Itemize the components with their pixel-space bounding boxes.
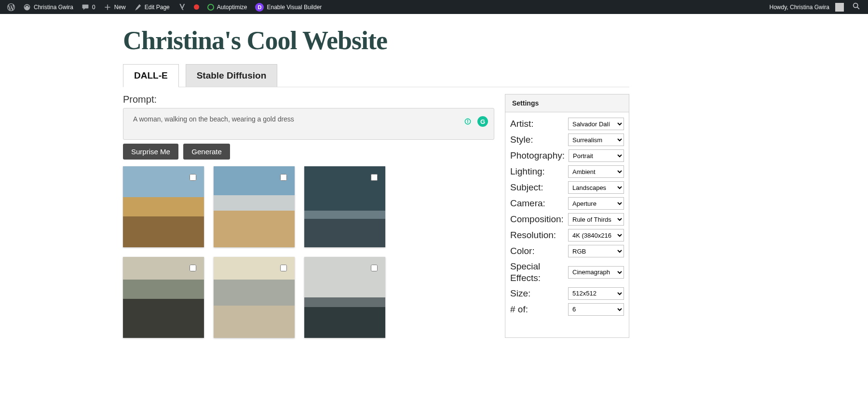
wordpress-icon [7, 3, 15, 11]
settings-row: Style:Surrealism [510, 132, 624, 147]
settings-select[interactable]: Landscapes [568, 181, 624, 194]
settings-label: Resolution: [510, 229, 556, 241]
admin-yoast[interactable] [175, 0, 189, 14]
settings-select[interactable]: Ambient [568, 165, 624, 178]
settings-select[interactable]: 512x512 [568, 287, 624, 300]
settings-label: Style: [510, 134, 533, 146]
grammarly-suggestion-icon[interactable] [461, 117, 475, 126]
result-thumbnail[interactable] [214, 166, 295, 247]
settings-label: # of: [510, 304, 528, 315]
settings-row: Artist:Salvador Dalí [510, 114, 624, 132]
admin-new[interactable]: New [100, 0, 129, 14]
settings-label: Special Effects: [510, 261, 563, 284]
wp-admin-bar: Christina Gwira 0 New Edit Page [0, 0, 868, 14]
howdy-text: Howdy, Christina Gwira [770, 4, 829, 11]
settings-select[interactable]: Salvador Dalí [568, 118, 624, 130]
yoast-icon [178, 3, 186, 11]
comments-icon [81, 3, 89, 11]
settings-row: Size:512x512 [510, 285, 624, 301]
result-thumbnail[interactable] [123, 257, 204, 338]
tab-dalle[interactable]: DALL-E [123, 64, 179, 87]
admin-record[interactable] [190, 0, 203, 14]
main-columns: Prompt: A woman, walking on the beach, w… [123, 94, 629, 338]
settings-row: Special Effects:Cinemagraph [510, 259, 624, 285]
settings-select[interactable]: Portrait [569, 149, 624, 162]
search-icon [852, 2, 861, 12]
thumbnail-select-checkbox[interactable] [190, 174, 196, 181]
settings-label: Composition: [510, 214, 564, 225]
settings-label: Lighting: [510, 166, 545, 177]
thumbnail-select-checkbox[interactable] [371, 265, 378, 271]
settings-row: Photography:Portrait [510, 147, 624, 163]
settings-label: Photography: [510, 150, 565, 161]
generator-tabs: DALL-E Stable Diffusion [123, 64, 629, 87]
result-thumbnail[interactable] [123, 166, 204, 247]
settings-select[interactable]: Cinemagraph [568, 266, 624, 279]
settings-row: Composition:Rule of Thirds [510, 211, 624, 227]
settings-body: Artist:Salvador DalíStyle:SurrealismPhot… [505, 112, 629, 322]
page-root: Christina's Cool Website DALL-E Stable D… [123, 14, 629, 357]
settings-row: Camera:Aperture [510, 195, 624, 211]
left-column: Prompt: A woman, walking on the beach, w… [123, 94, 494, 338]
prompt-label: Prompt: [123, 94, 494, 105]
dashboard-icon [23, 3, 31, 11]
comments-count: 0 [92, 4, 95, 11]
plus-icon [104, 3, 111, 11]
settings-select[interactable]: RGB [568, 245, 624, 257]
settings-select[interactable]: 6 [568, 303, 624, 316]
thumbnail-select-checkbox[interactable] [190, 265, 196, 271]
admin-autoptimize[interactable]: Autoptimize [204, 0, 251, 14]
prompt-extensions: G [461, 116, 488, 127]
admin-comments[interactable]: 0 [78, 0, 99, 14]
admin-divi[interactable]: D Enable Visual Builder [252, 0, 325, 14]
result-thumbnail[interactable] [304, 257, 385, 338]
settings-row: Resolution:4K (3840x216 [510, 227, 624, 243]
pencil-icon [134, 3, 142, 11]
admin-bar-right: Howdy, Christina Gwira [766, 0, 864, 14]
thumbnail-select-checkbox[interactable] [280, 174, 287, 181]
settings-row: Lighting:Ambient [510, 163, 624, 179]
thumbnail-select-checkbox[interactable] [280, 265, 287, 271]
grammarly-icon[interactable]: G [477, 116, 488, 127]
divi-label: Enable Visual Builder [267, 4, 322, 11]
record-icon [194, 4, 199, 10]
autoptimize-icon [207, 4, 214, 11]
divi-icon: D [255, 3, 264, 12]
surprise-me-button[interactable]: Surprise Me [123, 144, 178, 160]
admin-site-name[interactable]: Christina Gwira [20, 0, 77, 14]
prompt-input[interactable]: A woman, walking on the beach, wearing a… [123, 108, 494, 140]
settings-row: Subject:Landscapes [510, 179, 624, 195]
settings-label: Artist: [510, 118, 534, 130]
site-name-text: Christina Gwira [34, 4, 73, 11]
settings-select[interactable]: Rule of Thirds [568, 213, 624, 226]
generate-button[interactable]: Generate [183, 144, 230, 160]
admin-bar-left: Christina Gwira 0 New Edit Page [4, 0, 325, 14]
settings-select[interactable]: 4K (3840x216 [568, 229, 624, 241]
result-thumbnail[interactable] [214, 257, 295, 338]
admin-howdy[interactable]: Howdy, Christina Gwira [766, 0, 847, 14]
settings-title: Settings [505, 94, 629, 112]
avatar-icon [835, 3, 844, 12]
settings-row: # of:6 [510, 301, 624, 317]
wp-logo-menu[interactable] [4, 0, 18, 14]
thumbnail-select-checkbox[interactable] [371, 174, 378, 181]
settings-label: Size: [510, 288, 530, 299]
settings-label: Camera: [510, 198, 545, 209]
autoptimize-label: Autoptimize [217, 4, 247, 11]
page-title: Christina's Cool Website [123, 26, 629, 55]
settings-select[interactable]: Aperture [568, 197, 624, 210]
edit-page-label: Edit Page [145, 4, 170, 11]
settings-panel: Settings Artist:Salvador DalíStyle:Surre… [505, 94, 629, 338]
settings-select[interactable]: Surrealism [568, 134, 624, 146]
prompt-text: A woman, walking on the beach, wearing a… [133, 115, 294, 123]
new-label: New [114, 4, 126, 11]
admin-search[interactable] [849, 0, 864, 14]
tab-stable-diffusion[interactable]: Stable Diffusion [186, 64, 278, 87]
results-grid [123, 166, 494, 338]
settings-row: Color:RGB [510, 243, 624, 259]
settings-label: Color: [510, 245, 535, 257]
result-thumbnail[interactable] [304, 166, 385, 247]
settings-label: Subject: [510, 182, 543, 193]
admin-edit-page[interactable]: Edit Page [131, 0, 173, 14]
